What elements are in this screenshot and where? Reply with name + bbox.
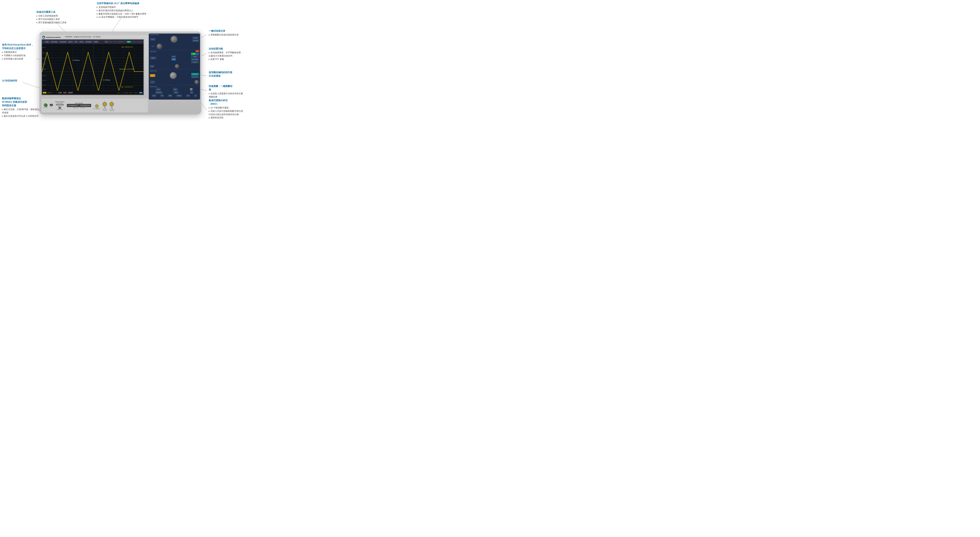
math-button[interactable]: Math — [168, 94, 172, 97]
pattern-connector: ⊓ ⊓ ⊓ — [56, 104, 64, 105]
divider1 — [150, 50, 199, 50]
rohde-schwarz-logo-icon — [42, 35, 45, 39]
svg-line-3 — [23, 83, 41, 89]
svg-line-5 — [201, 35, 207, 38]
svg-text:100 mV: 100 mV — [42, 64, 46, 65]
screenshot-button[interactable]: ⊞ — [196, 53, 199, 55]
toolbar-load-setup[interactable]: Load Setup — [59, 41, 67, 43]
ext-trigger-warning: △ — [96, 102, 98, 104]
logic-channels-connector: D15...D8 D7...D0 — [67, 104, 91, 107]
scale-knob[interactable] — [157, 44, 162, 49]
trigger-knob-row: Action — [149, 64, 200, 69]
ch2-warning-icon: △ — [111, 100, 113, 102]
grid-svg: Vp+: 332.52 mV MeanCyc: 8.40 mV Vp-: -31… — [42, 44, 143, 90]
ch1-vert-button[interactable]: Ch 1 — [150, 74, 155, 77]
model-label: RTB2002 · Digital Oscilloscope · 2.5 GSa… — [65, 36, 101, 38]
levels-button[interactable]: Levels — [172, 56, 176, 58]
meas-button[interactable]: Meas — [173, 88, 177, 91]
annotation-smartgrid: 使用 R&S®SmartGrid 技术，可轻松自定义波形显示 可配置的显示 可调… — [2, 43, 33, 60]
svg-line-0 — [110, 16, 122, 34]
trigger-level-knob[interactable] — [175, 64, 179, 68]
d15-button[interactable]: D15-8 — [68, 92, 73, 94]
oscilloscope-screen[interactable]: ↩ Undo Save Setup Load Setup Memo AFT De… — [41, 39, 144, 95]
action-button[interactable]: Action — [150, 65, 154, 67]
page-container: 支持手势操作的 10.1" 高分辨率电容触屏 支持缩放手势操作 显示区域比同类示… — [0, 0, 245, 134]
gen-button[interactable]: Gen — [186, 94, 190, 97]
search-button[interactable]: Search — [173, 91, 179, 94]
single-button[interactable]: Single — [191, 56, 199, 58]
svg-text:tr: 29.05 μs: tr: 29.05 μs — [73, 60, 80, 61]
touch-lock-button[interactable]: Touch Lock — [191, 73, 199, 75]
horizontal-label: Horizontal — [149, 33, 200, 35]
cursor-button[interactable]: Cursor — [156, 88, 161, 91]
svg-text:400 mV: 400 mV — [42, 52, 46, 54]
power-button[interactable] — [45, 104, 48, 107]
navigate-button[interactable]: Hori Nav — [192, 37, 199, 39]
ch1-scale: 100 mV/ ↕ — [48, 92, 53, 93]
vertical-label: Vertical — [149, 70, 200, 71]
toolbar-demo[interactable]: Demo — [79, 41, 84, 43]
screen-toolbar: ↩ Undo Save Setup Load Setup Memo AFT De… — [42, 40, 143, 44]
protocol-button[interactable]: Protocol — [177, 94, 182, 97]
annotation-record: 一键式结果记录 屏幕截图记录或仪器设置记录 — [209, 29, 239, 37]
zoom-button[interactable]: Zoom — [150, 38, 156, 41]
save-button[interactable]: Save — [196, 50, 199, 52]
ch2-button[interactable]: Ch 2 — [150, 81, 155, 83]
logic-channels-label: Logic Channels — [75, 103, 83, 104]
auto-norm-button[interactable]: Auto Norm — [191, 61, 199, 63]
ch1-button[interactable]: C1 — [43, 92, 46, 94]
fft-button[interactable]: FFT — [190, 91, 194, 94]
svg-text:300 mV: 300 mV — [42, 58, 46, 59]
trigger-mode-display: Auto — [104, 41, 108, 43]
quick-meas-button[interactable]: Quick Meas — [155, 91, 162, 94]
oscilloscope-body: ROHDE&SCHWARZ RTB2002 · Digital Oscillos… — [40, 32, 201, 114]
svg-text:C1: C1 — [44, 68, 46, 70]
brand-name: ROHDE&SCHWARZ — [46, 37, 61, 38]
svg-text:-300 mV: -300 mV — [42, 84, 46, 86]
ext-trigger-section: △ Ext. Trigger In — [94, 102, 100, 109]
force-trigger-button[interactable]: Force Trigger — [191, 58, 199, 60]
annotation-touchscreen: 支持手势操作的 10.1" 高分辨率电容触屏 支持缩放手势操作 显示区域比同类示… — [97, 2, 146, 19]
probe-comp — [59, 107, 61, 109]
toolbar-undo[interactable]: Undo — [45, 41, 49, 43]
svg-text:tr: 29.92 μs: tr: 29.92 μs — [103, 79, 110, 81]
ch1-connector-label: Ch1 — [104, 106, 106, 108]
toolbar-save-setup[interactable]: Save Setup — [50, 41, 58, 43]
ch2-row: Ch 2 — [149, 79, 200, 84]
toolbar-delete[interactable]: Delete — [93, 41, 99, 43]
logo-small: R&S — [139, 92, 143, 94]
logic-button[interactable]: Logic — [152, 94, 156, 97]
ch2-knob[interactable] — [194, 80, 199, 84]
acqu-mode-button[interactable]: Acqu Mode — [192, 40, 199, 42]
annotation-data-transfer: 数据传输率最高达50 Mbit/s 的集成式波形和码型发生器 输出正弦波、方波/… — [2, 97, 43, 118]
grid-button[interactable]: ⊞ — [194, 94, 197, 97]
pattern-gen-label: Pattern Generator — [55, 101, 65, 102]
ch1-warning-icon: △ — [104, 100, 105, 102]
trigger-controls: Trigger Levels Source Run Stop Single Fo… — [149, 52, 200, 64]
vertical-knob[interactable] — [170, 72, 177, 79]
toolbar-annotation[interactable]: Annotation — [85, 41, 92, 43]
position-knob[interactable] — [170, 36, 178, 43]
toolbar-aft[interactable]: AFT — [74, 41, 78, 43]
horizontal-controls: Zoom Hori Nav Acqu Mode — [149, 35, 200, 43]
phase-screen-button[interactable]: Phase Screen — [191, 76, 199, 78]
logo-area: ROHDE&SCHWARZ — [42, 35, 61, 39]
svg-text:-100 mV: -100 mV — [42, 75, 46, 76]
svg-text:Vp-: -312.01 mV: Vp-: -312.01 mV — [121, 86, 133, 88]
c3-button[interactable]: C3 — [58, 92, 62, 94]
ref-button[interactable]: Ref — [161, 94, 164, 97]
svg-text:-400 mV: -400 mV — [42, 89, 46, 90]
ch1-connector — [103, 102, 107, 106]
run-stop-indicator[interactable]: Run — [127, 41, 131, 43]
annotation-quick-tools: 快速访问重要工具 分析工具的拖放使用 用于访问功能的工具栏 用于直观地配置功能的… — [37, 10, 67, 24]
channel-bar: C1 100 mV/ ↕ ↕ C2 C3 C4 D15-8 Gm ∿ ⊓ k29… — [42, 91, 143, 95]
svg-text:0: 0 — [42, 70, 43, 71]
c4-button[interactable]: C4 — [63, 92, 67, 94]
toolbar-memo[interactable]: Memo — [68, 41, 73, 43]
analysis-knob[interactable] — [190, 88, 193, 91]
ext-trigger-connector — [95, 104, 99, 108]
source-button[interactable]: Source — [172, 58, 176, 60]
trigger-button[interactable]: Trigger — [150, 57, 156, 59]
svg-text:500 mV: 500 mV — [42, 47, 46, 48]
annotation-auto-setup: 自动设置功能 自动选择垂直、水平和触发设置，以最佳方式查看当前信号 设置 FFT… — [209, 47, 243, 61]
